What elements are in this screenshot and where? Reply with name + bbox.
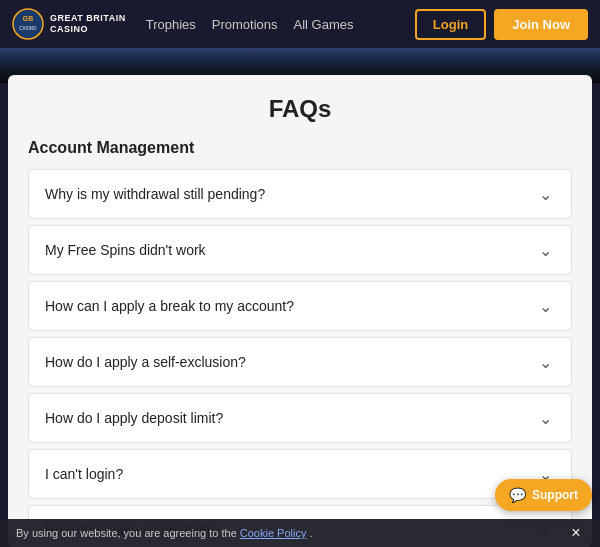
login-button[interactable]: Login [415, 9, 486, 40]
header: GB CASINO GREAT BRITAIN CASINO Trophies … [0, 0, 600, 48]
logo-text: GREAT BRITAIN CASINO [50, 13, 126, 35]
faq-main: FAQs Account Management Why is my withdr… [8, 75, 592, 547]
cookie-text-after: . [310, 527, 313, 539]
nav-promotions[interactable]: Promotions [212, 17, 278, 32]
faq-question-1: Why is my withdrawal still pending? [45, 186, 265, 202]
nav-all-games[interactable]: All Games [294, 17, 354, 32]
logo-icon: GB CASINO [12, 8, 44, 40]
svg-text:GB: GB [23, 15, 34, 22]
faq-item-4[interactable]: How do I apply a self-exclusion? ⌄ [28, 337, 572, 387]
faq-item-2[interactable]: My Free Spins didn't work ⌄ [28, 225, 572, 275]
svg-text:CASINO: CASINO [19, 26, 37, 31]
header-buttons: Login Join Now [415, 9, 588, 40]
faq-item-5[interactable]: How do I apply deposit limit? ⌄ [28, 393, 572, 443]
section-heading: Account Management [28, 139, 572, 157]
faq-item-3[interactable]: How can I apply a break to my account? ⌄ [28, 281, 572, 331]
cookie-text: By using our website, you are agreeing t… [16, 527, 560, 539]
support-label: Support [532, 488, 578, 502]
cookie-close-button[interactable]: × [564, 521, 588, 545]
chevron-down-icon: ⌄ [535, 408, 555, 428]
faq-question-2: My Free Spins didn't work [45, 242, 206, 258]
support-icon: 💬 [509, 487, 526, 503]
support-button[interactable]: 💬 Support [495, 479, 592, 511]
faq-question-6: I can't login? [45, 466, 123, 482]
cookie-policy-link[interactable]: Cookie Policy [240, 527, 307, 539]
chevron-down-icon: ⌄ [535, 240, 555, 260]
cookie-banner: By using our website, you are agreeing t… [0, 519, 600, 547]
page-title: FAQs [28, 95, 572, 123]
join-button[interactable]: Join Now [494, 9, 588, 40]
nav-trophies[interactable]: Trophies [146, 17, 196, 32]
chevron-down-icon: ⌄ [535, 184, 555, 204]
faq-question-4: How do I apply a self-exclusion? [45, 354, 246, 370]
nav: Trophies Promotions All Games [146, 17, 395, 32]
chevron-down-icon: ⌄ [535, 352, 555, 372]
chevron-down-icon: ⌄ [535, 296, 555, 316]
faq-item-6[interactable]: I can't login? ⌄ [28, 449, 572, 499]
faq-item-1[interactable]: Why is my withdrawal still pending? ⌄ [28, 169, 572, 219]
logo[interactable]: GB CASINO GREAT BRITAIN CASINO [12, 8, 126, 40]
faq-question-5: How do I apply deposit limit? [45, 410, 223, 426]
faq-question-3: How can I apply a break to my account? [45, 298, 294, 314]
cookie-text-before: By using our website, you are agreeing t… [16, 527, 237, 539]
svg-point-0 [13, 9, 43, 39]
